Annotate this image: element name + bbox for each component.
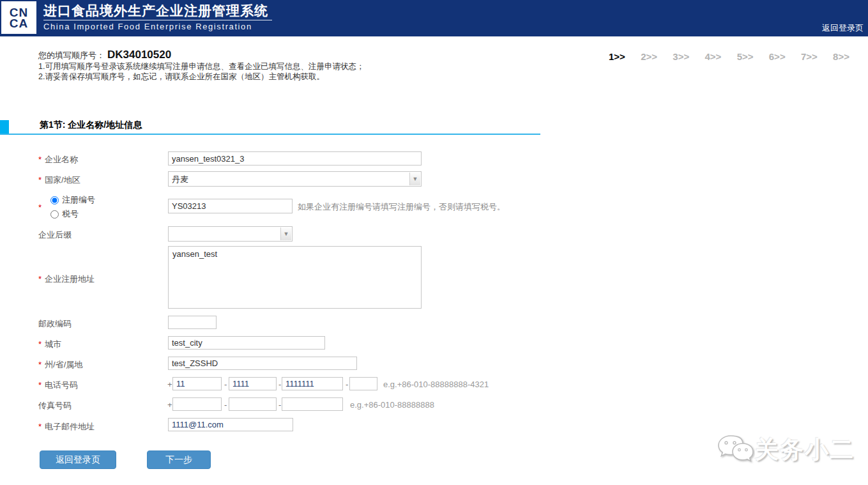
section-title: 第1节: 企业名称/地址信息 bbox=[40, 119, 142, 131]
required-marker: * bbox=[38, 360, 42, 369]
phone-number-input[interactable] bbox=[282, 377, 343, 390]
step-indicator-1[interactable]: 1>> bbox=[609, 51, 625, 62]
address-textarea[interactable]: yansen_test bbox=[168, 246, 422, 309]
step-indicator-5[interactable]: 5>> bbox=[737, 51, 754, 62]
reg-number-radio-row[interactable]: 注册编号 bbox=[50, 194, 95, 206]
required-marker: * bbox=[38, 203, 42, 212]
order-number-value: DK34010520 bbox=[107, 49, 171, 61]
step-indicator-8[interactable]: 8>> bbox=[833, 51, 849, 62]
phone-country-code-input[interactable] bbox=[172, 377, 222, 390]
fax-label: 传真号码 bbox=[38, 400, 72, 412]
fax-dash: - bbox=[224, 400, 227, 410]
watermark-text: 关务小二 bbox=[755, 434, 855, 466]
cnca-logo-line1: CN bbox=[10, 7, 28, 18]
reg-number-radio[interactable] bbox=[50, 196, 59, 204]
fax-area-code-input[interactable] bbox=[229, 397, 277, 411]
instruction-note-2: 2.请妥善保存填写顺序号，如忘记，请联系企业所在国家（地区）主管机构获取。 bbox=[38, 72, 324, 82]
fax-example: e.g.+86-010-88888888 bbox=[350, 400, 434, 410]
tax-number-radio-row[interactable]: 税号 bbox=[50, 208, 79, 220]
app-title-en: China Imported Food Enterprise Registrat… bbox=[43, 22, 272, 31]
required-marker: * bbox=[38, 339, 42, 349]
address-label: *企业注册地址 bbox=[38, 273, 95, 285]
fax-number-input[interactable] bbox=[282, 397, 343, 411]
address-label-text: 企业注册地址 bbox=[45, 274, 95, 284]
cnca-logo-line2: CA bbox=[10, 18, 28, 29]
state-label: *州/省/属地 bbox=[38, 359, 82, 371]
city-input[interactable] bbox=[168, 336, 325, 350]
header-titles: 进口食品境外生产企业注册管理系统 China Imported Food Ent… bbox=[43, 2, 272, 31]
postal-input[interactable] bbox=[168, 316, 217, 329]
suffix-select[interactable]: ▼ bbox=[168, 226, 293, 242]
email-input[interactable] bbox=[168, 418, 293, 431]
reg-number-input[interactable] bbox=[168, 199, 293, 213]
tax-number-radio[interactable] bbox=[50, 210, 59, 219]
fax-dash: - bbox=[278, 400, 281, 410]
company-name-label-text: 企业名称 bbox=[45, 155, 78, 164]
header-bar: CN CA 进口食品境外生产企业注册管理系统 China Imported Fo… bbox=[0, 0, 868, 36]
required-marker: * bbox=[38, 422, 42, 431]
order-number-label: 您的填写顺序号： bbox=[38, 50, 105, 60]
phone-example: e.g.+86-010-88888888-4321 bbox=[383, 380, 489, 389]
step-indicator-2[interactable]: 2>> bbox=[641, 51, 657, 62]
required-marker: * bbox=[38, 175, 42, 185]
country-label: *国家/地区 bbox=[38, 174, 80, 186]
email-label: *电子邮件地址 bbox=[38, 421, 95, 433]
reg-number-hint: 如果企业有注册编号请填写注册编号，否则请填写税号。 bbox=[298, 201, 505, 213]
postal-label: 邮政编码 bbox=[38, 318, 72, 330]
country-label-text: 国家/地区 bbox=[45, 175, 80, 185]
regnum-required: * bbox=[38, 203, 45, 212]
app-title-zh: 进口食品境外生产企业注册管理系统 bbox=[43, 2, 272, 19]
watermark: 关务小二 bbox=[717, 433, 855, 466]
suffix-label: 企业后缀 bbox=[38, 229, 72, 241]
page-root: CN CA 进口食品境外生产企业注册管理系统 China Imported Fo… bbox=[0, 0, 868, 485]
chevron-down-icon[interactable]: ▼ bbox=[280, 227, 291, 240]
phone-dash: - bbox=[224, 380, 227, 389]
city-label-text: 城市 bbox=[45, 339, 61, 349]
phone-label-text: 电话号码 bbox=[45, 380, 78, 390]
step-indicator-6[interactable]: 6>> bbox=[769, 51, 786, 62]
state-input[interactable] bbox=[168, 357, 357, 370]
cnca-logo: CN CA bbox=[1, 1, 36, 34]
next-step-button[interactable]: 下一步 bbox=[147, 450, 211, 469]
required-marker: * bbox=[38, 274, 42, 284]
required-marker: * bbox=[38, 155, 42, 164]
step-indicator-4[interactable]: 4>> bbox=[704, 51, 721, 62]
section-marker bbox=[0, 120, 9, 134]
back-to-login-button[interactable]: 返回登录页 bbox=[40, 450, 116, 469]
phone-label: *电话号码 bbox=[38, 380, 78, 391]
header-back-to-login-link[interactable]: 返回登录页 bbox=[822, 22, 864, 34]
fax-country-code-input[interactable] bbox=[172, 397, 222, 411]
section-underline bbox=[0, 134, 540, 135]
phone-dash: - bbox=[346, 380, 348, 389]
phone-extension-input[interactable] bbox=[349, 377, 377, 390]
required-marker: * bbox=[38, 380, 42, 390]
company-name-label: *企业名称 bbox=[38, 154, 78, 166]
step-indicator-7[interactable]: 7>> bbox=[801, 51, 818, 62]
company-name-input[interactable] bbox=[168, 151, 422, 166]
email-label-text: 电子邮件地址 bbox=[45, 422, 95, 431]
phone-plus-sign: + bbox=[167, 380, 172, 389]
phone-area-code-input[interactable] bbox=[229, 377, 277, 390]
step-indicator-bar: 1>> 2>> 3>> 4>> 5>> 6>> 7>> 8>> bbox=[609, 51, 849, 62]
reg-number-radio-label: 注册编号 bbox=[62, 194, 95, 206]
state-label-text: 州/省/属地 bbox=[45, 360, 82, 369]
order-number-line: 您的填写顺序号：DK34010520 bbox=[38, 49, 171, 61]
tax-number-radio-label: 税号 bbox=[62, 208, 79, 220]
city-label: *城市 bbox=[38, 339, 61, 350]
instruction-note-1: 1.可用填写顺序号登录该系统继续填写注册申请信息、查看企业已填写信息、注册申请状… bbox=[38, 61, 364, 72]
phone-dash: - bbox=[278, 380, 281, 389]
country-select-value: 丹麦 bbox=[172, 174, 188, 185]
chevron-down-icon[interactable]: ▼ bbox=[409, 173, 420, 185]
fax-plus-sign: + bbox=[167, 400, 172, 410]
country-select[interactable]: 丹麦 ▼ bbox=[168, 171, 422, 187]
wechat-icon bbox=[717, 433, 755, 466]
step-indicator-3[interactable]: 3>> bbox=[673, 51, 689, 62]
title-divider bbox=[43, 20, 272, 20]
